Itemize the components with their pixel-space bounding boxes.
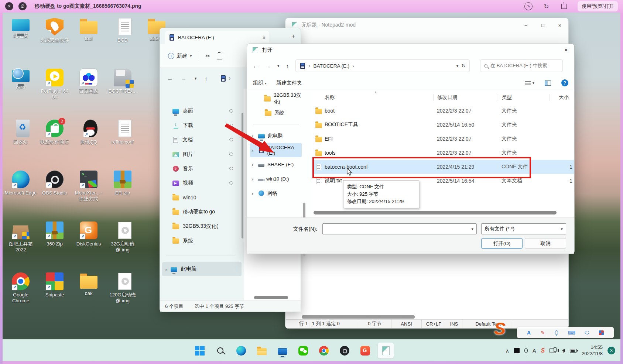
share-icon[interactable]: [560, 2, 568, 10]
back-icon[interactable]: ←: [253, 63, 259, 69]
desktop-icon-snipaste[interactable]: ↗ Snipaste: [38, 271, 71, 322]
viewer-download-icon[interactable]: ∅: [18, 2, 27, 10]
desktop-icon-chrome[interactable]: ↗ Google Chrome: [4, 271, 37, 322]
filetype-select[interactable]: 所有文件 (*.*) ▾: [481, 223, 566, 234]
taskbar-chrome-icon[interactable]: [316, 343, 332, 358]
refresh-icon[interactable]: ↻: [461, 63, 466, 69]
dialog-close-icon[interactable]: ×: [558, 44, 574, 56]
desktop-icon-toolbox[interactable]: ↗ 图吧工具箱 2022: [4, 220, 37, 271]
rotate-icon[interactable]: ↻: [542, 2, 550, 10]
chevron-right-icon[interactable]: ›: [165, 266, 167, 272]
pen-tool-icon[interactable]: ✎: [541, 330, 545, 336]
sidebar-item-32gb[interactable]: 32GB5.33汉化(: [160, 219, 241, 233]
combo-dropdown-icon[interactable]: ▾: [471, 227, 473, 231]
taskbar-monitor-app-icon[interactable]: [274, 343, 290, 358]
up-icon[interactable]: ↑: [205, 75, 208, 82]
tray-snipaste-icon[interactable]: S: [541, 347, 545, 354]
sidebar-item-desktop[interactable]: 桌面: [160, 104, 241, 118]
explorer-tab[interactable]: BATOCERA (E:) ×: [165, 31, 269, 44]
sidebar-item-portable-hdd[interactable]: 移动硬盘to go: [160, 205, 241, 219]
forward-icon[interactable]: →: [181, 75, 186, 82]
cut-icon[interactable]: ✂: [206, 53, 210, 59]
desktop-icon-qq[interactable]: ↗ 腾讯QQ: [72, 118, 105, 169]
recent-chevron-icon[interactable]: ▾: [277, 63, 280, 68]
preview-pane-icon[interactable]: [545, 80, 551, 86]
desktop-icon-360zip[interactable]: ↗ 360 Zip: [38, 220, 71, 271]
taskbar-explorer-icon[interactable]: [254, 343, 270, 358]
start-button[interactable]: [192, 343, 208, 358]
desktop-icon-this-pc[interactable]: ↗ 此电脑: [4, 16, 37, 67]
desktop-icon-refind-conf[interactable]: ↗ refind.conf: [106, 118, 139, 169]
taskbar-notepad2-icon[interactable]: [378, 343, 394, 358]
notepad2-hscrollbar[interactable]: [302, 315, 415, 319]
explorer-hscrollbar[interactable]: [254, 296, 288, 299]
hidden-icons-chevron[interactable]: ∧: [506, 348, 509, 354]
dialog-side-network[interactable]: › 网络: [250, 186, 302, 200]
sidebar-item-videos[interactable]: 视频: [160, 176, 241, 190]
taskbar-obs-icon[interactable]: [336, 343, 352, 358]
desktop-icon-mobaxterm[interactable]: ↗ MobaXter... - 快捷方式: [72, 169, 105, 220]
input-method-indicator[interactable]: A: [533, 348, 536, 354]
BOOTICE工具[interactable]: BOOTICE工具 2022/5/14 16:50 文件夹: [312, 118, 574, 132]
desktop-icon-baidu-netdisk[interactable]: ↗ 百度网盘: [72, 67, 105, 118]
dialog-side-win10[interactable]: › win10 (D:): [250, 172, 302, 186]
address-bar[interactable]: › BATOCERA (E:) › ▾ ↻: [295, 59, 470, 72]
desktop-icon-potplayer[interactable]: ↗ PotPlayer 64 bit: [38, 67, 71, 118]
volume-icon[interactable]: [562, 349, 565, 353]
tray-app-icon[interactable]: [514, 348, 520, 353]
desktop-icon-diskgenius[interactable]: ↗ DiskGenius: [72, 220, 105, 271]
chevron-right-icon[interactable]: ›: [251, 162, 255, 168]
desktop-icon-lenovo-store[interactable]: 2↗ 联想软件商店: [38, 118, 71, 169]
copy-icon[interactable]: [217, 53, 222, 59]
address-dropdown-icon[interactable]: ▾: [456, 63, 459, 68]
cancel-button[interactable]: 取消: [525, 238, 566, 249]
search-box[interactable]: 在 BATOCERA (E:) 中搜索: [480, 59, 563, 72]
cast-device-icon[interactable]: [550, 348, 556, 353]
text-tool-icon[interactable]: A: [527, 330, 531, 336]
close-button[interactable]: ×: [551, 18, 568, 32]
boot[interactable]: boot 2022/2/3 22:07 文件夹: [312, 104, 574, 118]
breadcrumb-path[interactable]: BATOCERA (E:): [314, 63, 350, 69]
tab-close-icon[interactable]: ×: [263, 35, 266, 41]
dialog-titlebar[interactable]: 打开 ×: [247, 44, 574, 56]
column-size[interactable]: 大小: [550, 94, 574, 101]
battery-icon[interactable]: [570, 349, 577, 353]
maximize-button[interactable]: □: [534, 18, 551, 32]
new-tab-button[interactable]: +: [291, 32, 295, 40]
filename-input[interactable]: ▾: [322, 223, 477, 234]
taskbar-clock[interactable]: 14:55 2022/11/8: [582, 344, 603, 357]
viewer-close-icon[interactable]: ×: [5, 2, 13, 10]
chevron-right-icon[interactable]: ›: [251, 176, 255, 182]
desktop-icon-bak[interactable]: ↗ bak: [72, 271, 105, 322]
desktop-icon-huorong[interactable]: ↗ 火绒安全软件: [38, 16, 71, 67]
column-type[interactable]: 类型: [498, 94, 550, 101]
desktop-icon-bcd[interactable]: ↗ BCD: [106, 16, 139, 67]
desktop-icon-edge[interactable]: ↗ Microsoft Edge: [4, 169, 37, 220]
desktop-icon-recycle-bin[interactable]: ↗ 回收站: [4, 118, 37, 169]
sidebar-item-music[interactable]: 音乐: [160, 161, 241, 176]
organize-button[interactable]: 组织 ▾: [253, 80, 267, 86]
taskbar-edge-icon[interactable]: [233, 343, 249, 358]
column-name[interactable]: 名称: [312, 94, 433, 101]
desktop-icon-bootice[interactable]: ↗ BOOTICEx...: [106, 67, 139, 118]
recent-chevron-icon[interactable]: ▾: [195, 76, 197, 81]
new-folder-button[interactable]: 新建文件夹: [276, 80, 302, 86]
desktop-icon-tool[interactable]: ↗ tool: [72, 16, 105, 67]
dialog-side-system[interactable]: › 系统: [250, 106, 302, 120]
dialog-side-32gb[interactable]: › 32GB5.33汉化(: [250, 91, 302, 106]
taskbar-wechat-icon[interactable]: [295, 343, 311, 358]
apps-tool-icon[interactable]: [599, 330, 604, 335]
taskbar-red-g-app-icon[interactable]: [357, 343, 373, 358]
up-icon[interactable]: ↑: [286, 63, 289, 69]
sidebar-item-win10[interactable]: win10: [160, 190, 241, 205]
desktop-icon-network[interactable]: ↗ 网络: [4, 67, 37, 118]
desktop-icon-efi-zip[interactable]: ↗ EFI.zip: [106, 169, 139, 220]
keyboard-tool-icon[interactable]: ⌨: [568, 330, 575, 336]
sidebar-item-this-pc[interactable]: › 此电脑: [162, 262, 242, 276]
notepad2-titlebar[interactable]: 无标题 - Notepad2-mod – □ ×: [285, 18, 568, 32]
chevron-right-icon[interactable]: ›: [251, 190, 255, 196]
taskbar-search-icon[interactable]: [212, 343, 228, 358]
sidebar-item-system[interactable]: 系统: [160, 233, 241, 248]
help-icon[interactable]: ?: [561, 79, 568, 86]
new-button[interactable]: + 新建 ▾: [168, 53, 192, 59]
